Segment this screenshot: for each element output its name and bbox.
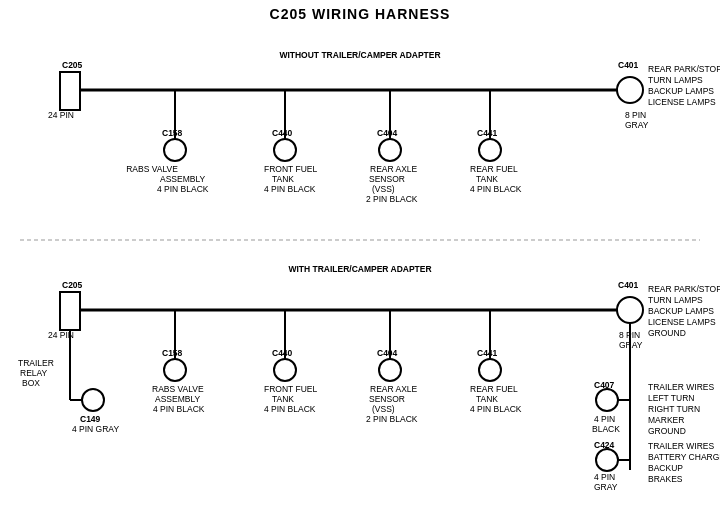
c404-1-sub4: 2 PIN BLACK: [366, 194, 418, 204]
c158-1-sub2: ASSEMBLY: [160, 174, 206, 184]
c401-1-sublabel2: GRAY: [625, 120, 649, 130]
c441-2-connector: [479, 359, 501, 381]
trailer-relay-box-label: TRAILER: [18, 358, 54, 368]
c158-2-connector: [164, 359, 186, 381]
c424-right-1: TRAILER WIRES: [648, 441, 714, 451]
c407-sublabel1: 4 PIN: [594, 414, 615, 424]
c407-connector: [596, 389, 618, 411]
section1-label: WITHOUT TRAILER/CAMPER ADAPTER: [279, 50, 440, 60]
c158-2-sub3: 4 PIN BLACK: [153, 404, 205, 414]
c149-connector: [82, 389, 104, 411]
c441-2-sub3: 4 PIN BLACK: [470, 404, 522, 414]
c441-2-sub1: REAR FUEL: [470, 384, 518, 394]
c401-1-sublabel: 8 PIN: [625, 110, 646, 120]
c424-sublabel1: 4 PIN: [594, 472, 615, 482]
c441-2-label: C441: [477, 348, 498, 358]
c404-2-sub1: REAR AXLE: [370, 384, 418, 394]
c424-connector: [596, 449, 618, 471]
c441-1-sub1: REAR FUEL: [470, 164, 518, 174]
c404-2-sub4: 2 PIN BLACK: [366, 414, 418, 424]
c404-2-sub3: (VSS): [372, 404, 395, 414]
c407-right-3: RIGHT TURN: [648, 404, 700, 414]
c440-1-sub1: FRONT FUEL: [264, 164, 317, 174]
c401-1-right-3: BACKUP LAMPS: [648, 86, 714, 96]
c441-2-sub2: TANK: [476, 394, 498, 404]
c401-1-label: C401: [618, 60, 639, 70]
c158-1-connector: [164, 139, 186, 161]
c149-label: C149: [80, 414, 101, 424]
c440-2-sub1: FRONT FUEL: [264, 384, 317, 394]
c401-2-connector: [617, 297, 643, 323]
diagram-container: C205 WIRING HARNESS WITHOUT TRAILER/CAMP…: [0, 0, 720, 517]
c205-2-connector: [60, 292, 80, 330]
c404-1-connector: [379, 139, 401, 161]
c401-1-right-4: LICENSE LAMPS: [648, 97, 716, 107]
c401-2-right-5: GROUND: [648, 328, 686, 338]
section2-label: WITH TRAILER/CAMPER ADAPTER: [288, 264, 431, 274]
c407-right-4: MARKER: [648, 415, 684, 425]
c149-sublabel: 4 PIN GRAY: [72, 424, 119, 434]
c441-1-label: C441: [477, 128, 498, 138]
c401-1-right-1: REAR PARK/STOP: [648, 64, 720, 74]
c401-2-label: C401: [618, 280, 639, 290]
c404-2-connector: [379, 359, 401, 381]
c158-2-sub1: RABS VALVE: [152, 384, 204, 394]
c401-1-right-2: TURN LAMPS: [648, 75, 703, 85]
c404-1-sub1: REAR AXLE: [370, 164, 418, 174]
c404-1-sub2: SENSOR: [369, 174, 405, 184]
c424-sublabel2: GRAY: [594, 482, 618, 492]
c407-right-2: LEFT TURN: [648, 393, 694, 403]
c158-2-sub2: ASSEMBLY: [155, 394, 201, 404]
wiring-diagram: WITHOUT TRAILER/CAMPER ADAPTER C205 24 P…: [0, 0, 720, 517]
c401-2-right-1: REAR PARK/STOP: [648, 284, 720, 294]
c404-1-label: C404: [377, 128, 398, 138]
c440-2-connector: [274, 359, 296, 381]
trailer-relay-box-label2: RELAY: [20, 368, 48, 378]
c407-right-1: TRAILER WIRES: [648, 382, 714, 392]
c424-right-4: BRAKES: [648, 474, 683, 484]
c158-1-label: C158: [162, 128, 183, 138]
c205-2-label: C205: [62, 280, 83, 290]
c424-right-3: BACKUP: [648, 463, 683, 473]
c441-1-sub2: TANK: [476, 174, 498, 184]
c424-label: C424: [594, 440, 615, 450]
c205-sublabel: 24 PIN: [48, 110, 74, 120]
trailer-relay-box-label3: BOX: [22, 378, 40, 388]
c401-1-connector: [617, 77, 643, 103]
c440-2-sub3: 4 PIN BLACK: [264, 404, 316, 414]
c440-1-sub2: TANK: [272, 174, 294, 184]
c404-2-label: C404: [377, 348, 398, 358]
c440-1-sub3: 4 PIN BLACK: [264, 184, 316, 194]
c440-2-sub2: TANK: [272, 394, 294, 404]
c441-1-sub3: 4 PIN BLACK: [470, 184, 522, 194]
c205-connector: [60, 72, 80, 110]
c407-label: C407: [594, 380, 615, 390]
c440-1-connector: [274, 139, 296, 161]
c407-sublabel2: BLACK: [592, 424, 620, 434]
c440-1-label: C440: [272, 128, 293, 138]
c158-1-sub3: 4 PIN BLACK: [157, 184, 209, 194]
c424-right-2: BATTERY CHARGE: [648, 452, 720, 462]
c404-1-sub3: (VSS): [372, 184, 395, 194]
c440-2-label: C440: [272, 348, 293, 358]
c441-1-connector: [479, 139, 501, 161]
c158-1-sub1: RABS VALVE: [126, 164, 178, 174]
c401-2-right-2: TURN LAMPS: [648, 295, 703, 305]
c158-2-label: C158: [162, 348, 183, 358]
c404-2-sub2: SENSOR: [369, 394, 405, 404]
c401-2-right-3: BACKUP LAMPS: [648, 306, 714, 316]
c407-right-5: GROUND: [648, 426, 686, 436]
c401-2-right-4: LICENSE LAMPS: [648, 317, 716, 327]
c205-label: C205: [62, 60, 83, 70]
